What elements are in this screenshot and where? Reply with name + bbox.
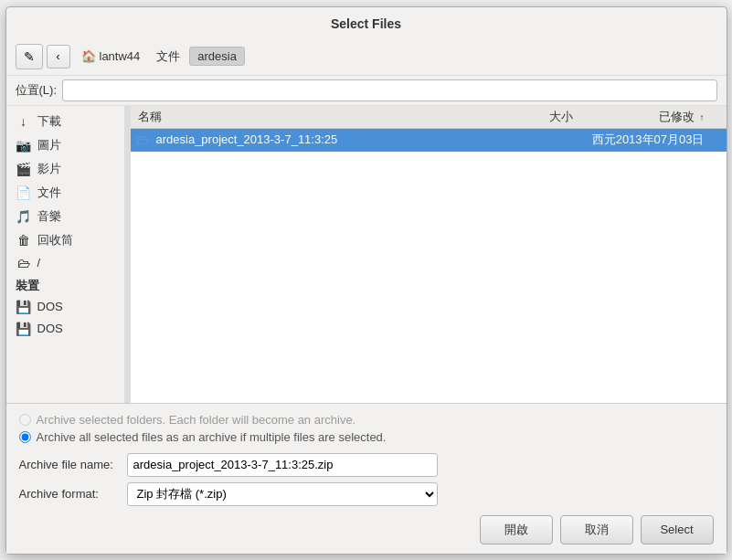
open-button[interactable]: 開啟: [480, 515, 553, 544]
archive-format-select[interactable]: Zip 封存檔 (*.zip) Tar 封存檔 (*.tar) Tar.gz 封…: [127, 482, 438, 506]
sidebar-item-pictures[interactable]: 📷 圖片: [6, 133, 124, 157]
button-row: 開啟 取消 Select: [19, 515, 714, 544]
column-name[interactable]: 名稱: [131, 109, 525, 125]
toolbar: ✎ ‹ 🏠 lantw44 文件 ardesia: [6, 38, 727, 76]
column-date[interactable]: 已修改 ↑: [580, 109, 727, 125]
archive-name-label: Archive file name:: [19, 458, 120, 471]
dos-icon-1: 💾: [16, 300, 32, 314]
radio-option-2[interactable]: Archive all selected files as an archive…: [19, 430, 714, 444]
devices-section-label: 裝置: [6, 274, 124, 296]
breadcrumb-ardesia[interactable]: ardesia: [189, 47, 245, 66]
edit-button[interactable]: ✎: [16, 44, 43, 69]
archive-name-input[interactable]: [127, 453, 438, 477]
sidebar-item-documents[interactable]: 📄 文件: [6, 181, 124, 205]
cancel-button[interactable]: 取消: [560, 515, 633, 544]
select-button[interactable]: Select: [641, 515, 714, 544]
sidebar-item-trash[interactable]: 🗑 回收筒: [6, 228, 124, 252]
archive-format-row: Archive format: Zip 封存檔 (*.zip) Tar 封存檔 …: [19, 482, 714, 506]
sidebar: ↓ 下載 📷 圖片 🎬 影片 📄 文件 🎵 音樂 🗑 回收筒: [6, 106, 125, 403]
radio-option-1[interactable]: Archive selected folders. Each folder wi…: [19, 413, 714, 427]
sidebar-item-root[interactable]: 🗁 /: [6, 252, 124, 274]
sidebar-item-downloads[interactable]: ↓ 下載: [6, 110, 124, 133]
archive-options: Archive selected folders. Each folder wi…: [19, 413, 714, 444]
videos-icon: 🎬: [16, 162, 32, 176]
dos-icon-2: 💾: [16, 322, 32, 336]
breadcrumb-home[interactable]: 🏠 lantw44: [74, 48, 148, 65]
music-icon: 🎵: [16, 209, 32, 224]
documents-icon: 📄: [16, 185, 32, 200]
select-files-dialog: Select Files ✎ ‹ 🏠 lantw44 文件 ardesia 位置…: [5, 6, 727, 555]
back-icon: ‹: [57, 50, 60, 63]
sidebar-item-music[interactable]: 🎵 音樂: [6, 205, 124, 228]
archive-format-label: Archive format:: [19, 487, 120, 501]
file-list: 🗁 ardesia_project_2013-3-7_11:3:25 西元201…: [131, 129, 727, 403]
sidebar-item-dos1[interactable]: 💾 DOS: [6, 296, 124, 318]
sidebar-item-videos[interactable]: 🎬 影片: [6, 157, 124, 181]
back-button[interactable]: ‹: [47, 45, 70, 69]
breadcrumb: 🏠 lantw44 文件 ardesia: [74, 47, 245, 67]
location-bar: 位置(L):: [6, 76, 727, 106]
pictures-icon: 📷: [16, 138, 32, 153]
location-label: 位置(L):: [16, 82, 58, 99]
radio-input-1[interactable]: [19, 414, 31, 426]
sort-arrow: ↑: [700, 112, 705, 122]
file-name: ardesia_project_2013-3-7_11:3:25: [156, 132, 525, 146]
main-area: ↓ 下載 📷 圖片 🎬 影片 📄 文件 🎵 音樂 🗑 回收筒: [6, 106, 727, 403]
download-icon: ↓: [16, 114, 32, 129]
table-row[interactable]: 🗁 ardesia_project_2013-3-7_11:3:25 西元201…: [131, 129, 727, 152]
trash-icon: 🗑: [16, 233, 32, 248]
archive-name-row: Archive file name:: [19, 453, 714, 477]
dialog-title: Select Files: [6, 7, 727, 38]
sidebar-item-dos2[interactable]: 💾 DOS: [6, 318, 124, 340]
column-size[interactable]: 大小: [525, 109, 580, 125]
bottom-section: Archive selected folders. Each folder wi…: [6, 403, 727, 554]
edit-icon: ✎: [24, 49, 35, 64]
file-list-header: 名稱 大小 已修改 ↑: [131, 106, 727, 129]
file-pane: 名稱 大小 已修改 ↑ 🗁 ardesia_project_2013-3-7_1…: [131, 106, 727, 403]
file-date: 西元2013年07月03日: [580, 132, 727, 148]
location-input[interactable]: [62, 79, 717, 101]
folder-icon: 🗁: [131, 132, 156, 147]
home-icon: 🏠: [81, 49, 96, 63]
breadcrumb-documents[interactable]: 文件: [149, 47, 187, 67]
radio-input-2[interactable]: [19, 431, 31, 443]
folder-icon: 🗁: [16, 256, 32, 270]
